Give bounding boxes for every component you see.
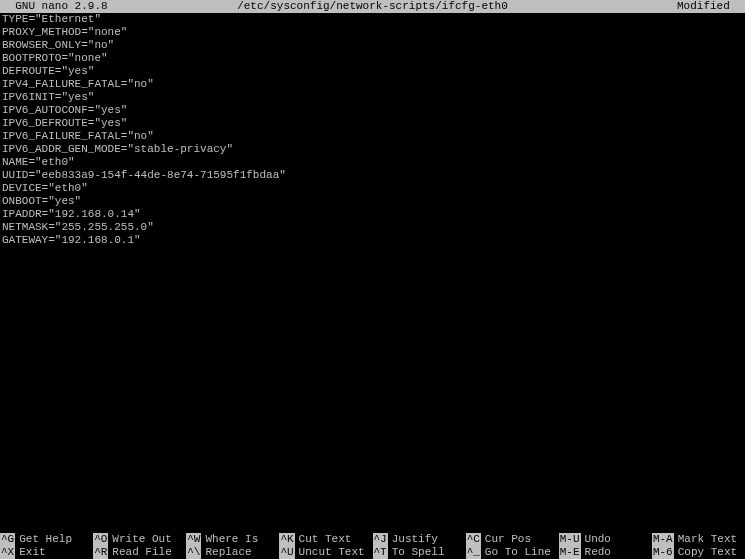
shortcut-label: Mark Text bbox=[674, 533, 737, 546]
shortcut-label: Cut Text bbox=[295, 533, 352, 546]
shortcut-key: ^X bbox=[0, 546, 15, 559]
shortcut-key: ^\ bbox=[186, 546, 201, 559]
editor-line[interactable]: PROXY_METHOD="none" bbox=[2, 26, 743, 39]
shortcut-label: Justify bbox=[388, 533, 438, 546]
modified-status: Modified bbox=[677, 0, 743, 13]
shortcut-key: ^W bbox=[186, 533, 201, 546]
shortcut-item[interactable]: ^CCur Pos bbox=[466, 533, 559, 546]
shortcut-key: ^U bbox=[279, 546, 294, 559]
editor-line[interactable]: TYPE="Ethernet" bbox=[2, 13, 743, 26]
shortcut-item[interactable]: ^XExit bbox=[0, 546, 93, 559]
shortcut-bar: ^GGet Help^OWrite Out^WWhere Is^KCut Tex… bbox=[0, 533, 745, 559]
shortcut-key: M-E bbox=[559, 546, 581, 559]
editor-line[interactable]: BROWSER_ONLY="no" bbox=[2, 39, 743, 52]
shortcut-key: ^O bbox=[93, 533, 108, 546]
shortcut-item[interactable]: ^RRead File bbox=[93, 546, 186, 559]
editor-line[interactable]: NAME="eth0" bbox=[2, 156, 743, 169]
editor-line[interactable]: IPV6_AUTOCONF="yes" bbox=[2, 104, 743, 117]
shortcut-item[interactable]: ^UUncut Text bbox=[279, 546, 372, 559]
shortcut-label: Where Is bbox=[201, 533, 258, 546]
editor-line[interactable]: NETMASK="255.255.255.0" bbox=[2, 221, 743, 234]
shortcut-key: ^T bbox=[373, 546, 388, 559]
shortcut-key: M-U bbox=[559, 533, 581, 546]
shortcut-key: M-6 bbox=[652, 546, 674, 559]
shortcut-item[interactable]: ^JJustify bbox=[373, 533, 466, 546]
shortcut-item[interactable]: ^TTo Spell bbox=[373, 546, 466, 559]
shortcut-item[interactable]: ^KCut Text bbox=[279, 533, 372, 546]
shortcut-label: Write Out bbox=[108, 533, 171, 546]
editor-line[interactable]: IPV6_ADDR_GEN_MODE="stable-privacy" bbox=[2, 143, 743, 156]
shortcut-label: Copy Text bbox=[674, 546, 737, 559]
titlebar: GNU nano 2.9.8 /etc/sysconfig/network-sc… bbox=[0, 0, 745, 13]
shortcut-key: ^C bbox=[466, 533, 481, 546]
editor-line[interactable]: IPV4_FAILURE_FATAL="no" bbox=[2, 78, 743, 91]
editor-line[interactable]: GATEWAY="192.168.0.1" bbox=[2, 234, 743, 247]
shortcut-item[interactable]: M-AMark Text bbox=[652, 533, 745, 546]
shortcut-label: Get Help bbox=[15, 533, 72, 546]
app-version: GNU nano 2.9.8 bbox=[2, 0, 108, 13]
editor-line[interactable]: UUID="eeb833a9-154f-44de-8e74-71595f1fbd… bbox=[2, 169, 743, 182]
shortcut-key: ^_ bbox=[466, 546, 481, 559]
shortcut-item[interactable]: ^_Go To Line bbox=[466, 546, 559, 559]
shortcut-label: Undo bbox=[581, 533, 611, 546]
editor-line[interactable]: IPV6_DEFROUTE="yes" bbox=[2, 117, 743, 130]
shortcut-key: ^J bbox=[373, 533, 388, 546]
editor-line[interactable]: BOOTPROTO="none" bbox=[2, 52, 743, 65]
shortcut-item[interactable]: M-UUndo bbox=[559, 533, 652, 546]
shortcut-label: Read File bbox=[108, 546, 171, 559]
editor-line[interactable]: IPV6_FAILURE_FATAL="no" bbox=[2, 130, 743, 143]
shortcut-key: ^G bbox=[0, 533, 15, 546]
shortcut-label: Cur Pos bbox=[481, 533, 531, 546]
editor-line[interactable]: IPADDR="192.168.0.14" bbox=[2, 208, 743, 221]
shortcut-label: Exit bbox=[15, 546, 45, 559]
shortcut-item[interactable]: M-ERedo bbox=[559, 546, 652, 559]
shortcut-label: Redo bbox=[581, 546, 611, 559]
shortcut-item[interactable]: ^\Replace bbox=[186, 546, 279, 559]
editor-area[interactable]: TYPE="Ethernet"PROXY_METHOD="none"BROWSE… bbox=[0, 13, 745, 533]
shortcut-key: ^R bbox=[93, 546, 108, 559]
shortcut-label: Go To Line bbox=[481, 546, 551, 559]
editor-line[interactable]: ONBOOT="yes" bbox=[2, 195, 743, 208]
shortcut-key: M-A bbox=[652, 533, 674, 546]
shortcut-label: Uncut Text bbox=[295, 546, 365, 559]
file-path: /etc/sysconfig/network-scripts/ifcfg-eth… bbox=[0, 0, 745, 13]
shortcut-item[interactable]: M-6Copy Text bbox=[652, 546, 745, 559]
shortcut-label: Replace bbox=[201, 546, 251, 559]
editor-line[interactable]: DEFROUTE="yes" bbox=[2, 65, 743, 78]
editor-line[interactable]: IPV6INIT="yes" bbox=[2, 91, 743, 104]
shortcut-item[interactable]: ^OWrite Out bbox=[93, 533, 186, 546]
shortcut-item[interactable]: ^WWhere Is bbox=[186, 533, 279, 546]
shortcut-label: To Spell bbox=[388, 546, 445, 559]
shortcut-item[interactable]: ^GGet Help bbox=[0, 533, 93, 546]
editor-line[interactable]: DEVICE="eth0" bbox=[2, 182, 743, 195]
shortcut-key: ^K bbox=[279, 533, 294, 546]
